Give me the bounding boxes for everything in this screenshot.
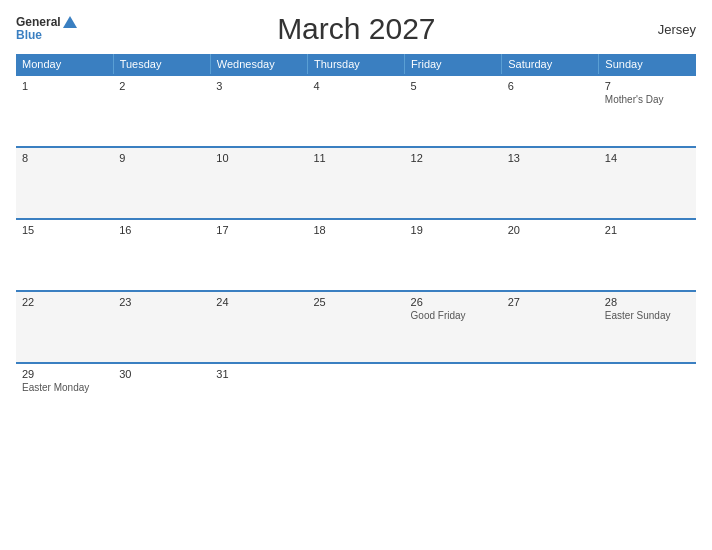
day-number: 27 <box>508 296 593 308</box>
day-number: 17 <box>216 224 301 236</box>
day-number: 6 <box>508 80 593 92</box>
table-row: 13 <box>502 147 599 219</box>
table-row <box>405 363 502 435</box>
table-row <box>502 363 599 435</box>
day-number: 3 <box>216 80 301 92</box>
day-number: 20 <box>508 224 593 236</box>
col-thursday: Thursday <box>307 54 404 75</box>
day-number: 1 <box>22 80 107 92</box>
col-saturday: Saturday <box>502 54 599 75</box>
calendar-page: General Blue March 2027 Jersey Monday Tu… <box>0 0 712 550</box>
table-row: 12 <box>405 147 502 219</box>
day-number: 29 <box>22 368 107 380</box>
calendar-week-row: 15161718192021 <box>16 219 696 291</box>
day-number: 22 <box>22 296 107 308</box>
day-number: 31 <box>216 368 301 380</box>
table-row: 18 <box>307 219 404 291</box>
table-row: 24 <box>210 291 307 363</box>
table-row: 16 <box>113 219 210 291</box>
day-number: 5 <box>411 80 496 92</box>
day-number: 8 <box>22 152 107 164</box>
table-row: 23 <box>113 291 210 363</box>
table-row: 8 <box>16 147 113 219</box>
table-row: 26Good Friday <box>405 291 502 363</box>
day-number: 9 <box>119 152 204 164</box>
col-friday: Friday <box>405 54 502 75</box>
table-row: 14 <box>599 147 696 219</box>
col-tuesday: Tuesday <box>113 54 210 75</box>
table-row: 9 <box>113 147 210 219</box>
day-number: 24 <box>216 296 301 308</box>
table-row: 5 <box>405 75 502 147</box>
table-row: 7Mother's Day <box>599 75 696 147</box>
event-label: Easter Sunday <box>605 310 690 321</box>
calendar-table: Monday Tuesday Wednesday Thursday Friday… <box>16 54 696 435</box>
col-wednesday: Wednesday <box>210 54 307 75</box>
day-number: 14 <box>605 152 690 164</box>
table-row: 30 <box>113 363 210 435</box>
col-sunday: Sunday <box>599 54 696 75</box>
day-number: 18 <box>313 224 398 236</box>
day-number: 11 <box>313 152 398 164</box>
day-number: 23 <box>119 296 204 308</box>
day-number: 25 <box>313 296 398 308</box>
logo-triangle-icon <box>63 16 77 28</box>
day-number: 13 <box>508 152 593 164</box>
day-number: 26 <box>411 296 496 308</box>
calendar-week-row: 891011121314 <box>16 147 696 219</box>
table-row: 4 <box>307 75 404 147</box>
table-row: 11 <box>307 147 404 219</box>
calendar-week-row: 29Easter Monday3031 <box>16 363 696 435</box>
table-row: 10 <box>210 147 307 219</box>
table-row: 28Easter Sunday <box>599 291 696 363</box>
calendar-header-row: Monday Tuesday Wednesday Thursday Friday… <box>16 54 696 75</box>
table-row: 2 <box>113 75 210 147</box>
table-row: 1 <box>16 75 113 147</box>
calendar-week-row: 1234567Mother's Day <box>16 75 696 147</box>
table-row: 17 <box>210 219 307 291</box>
day-number: 21 <box>605 224 690 236</box>
table-row: 25 <box>307 291 404 363</box>
month-title: March 2027 <box>77 12 636 46</box>
day-number: 15 <box>22 224 107 236</box>
day-number: 28 <box>605 296 690 308</box>
day-number: 30 <box>119 368 204 380</box>
event-label: Good Friday <box>411 310 496 321</box>
table-row <box>307 363 404 435</box>
table-row: 27 <box>502 291 599 363</box>
region-label: Jersey <box>636 22 696 37</box>
table-row: 6 <box>502 75 599 147</box>
table-row: 21 <box>599 219 696 291</box>
table-row: 15 <box>16 219 113 291</box>
event-label: Easter Monday <box>22 382 107 393</box>
event-label: Mother's Day <box>605 94 690 105</box>
day-number: 12 <box>411 152 496 164</box>
table-row: 22 <box>16 291 113 363</box>
table-row: 20 <box>502 219 599 291</box>
day-number: 7 <box>605 80 690 92</box>
calendar-header: General Blue March 2027 Jersey <box>16 12 696 46</box>
day-number: 2 <box>119 80 204 92</box>
col-monday: Monday <box>16 54 113 75</box>
day-number: 10 <box>216 152 301 164</box>
table-row: 3 <box>210 75 307 147</box>
table-row: 31 <box>210 363 307 435</box>
logo: General Blue <box>16 16 77 42</box>
table-row: 19 <box>405 219 502 291</box>
day-number: 4 <box>313 80 398 92</box>
table-row <box>599 363 696 435</box>
day-number: 19 <box>411 224 496 236</box>
logo-blue-text: Blue <box>16 29 77 42</box>
calendar-week-row: 2223242526Good Friday2728Easter Sunday <box>16 291 696 363</box>
day-number: 16 <box>119 224 204 236</box>
table-row: 29Easter Monday <box>16 363 113 435</box>
